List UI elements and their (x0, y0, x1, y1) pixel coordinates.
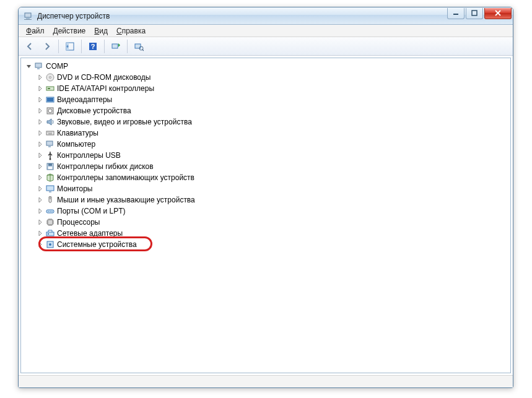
storage-icon (45, 173, 55, 183)
cpu-icon (45, 217, 55, 227)
tree-item[interactable]: Клавиатуры (36, 128, 510, 139)
help-button[interactable]: ? (85, 39, 100, 54)
svg-point-15 (50, 77, 51, 79)
statusbar (19, 375, 513, 387)
app-icon (24, 11, 33, 21)
close-button[interactable] (484, 8, 512, 19)
svg-rect-13 (37, 68, 40, 69)
tree-item[interactable]: Контроллеры USB (36, 150, 510, 161)
expand-icon[interactable] (36, 207, 45, 215)
monitor-icon (45, 184, 55, 194)
tree-item[interactable]: Звуковые, видео и игровые устройства (36, 116, 510, 128)
minimize-button[interactable] (447, 8, 464, 19)
computer-icon (45, 139, 55, 149)
svg-rect-27 (48, 163, 52, 166)
computer-icon (34, 61, 44, 71)
device-tree-panel[interactable]: COMP DVD и CD-ROM дисководыIDE ATA/ATAPI… (20, 58, 511, 373)
menubar: Файл Действие Вид Справка (19, 25, 513, 37)
expand-icon[interactable] (36, 129, 45, 137)
tree-item[interactable]: Процессоры (36, 217, 510, 228)
svg-point-33 (50, 211, 51, 212)
expand-icon[interactable] (36, 151, 45, 160)
titlebar[interactable]: Диспетчер устройств (19, 7, 513, 25)
tree-item[interactable]: Порты (COM и LPT) (36, 205, 510, 217)
tree-item-label: Дисковые устройства (57, 106, 131, 115)
tree-item[interactable]: DVD и CD-ROM дисководы (36, 72, 510, 83)
expand-icon[interactable] (36, 162, 45, 171)
expand-icon[interactable] (36, 184, 45, 193)
svg-rect-3 (453, 14, 458, 15)
show-hide-tree-button[interactable] (63, 39, 77, 54)
root-label: COMP (46, 62, 68, 71)
svg-point-32 (48, 211, 49, 212)
svg-rect-0 (25, 13, 31, 17)
expand-icon[interactable] (36, 140, 45, 149)
port-icon (45, 206, 55, 216)
tree-item[interactable]: Системные устройства (36, 239, 510, 250)
tree-item[interactable]: IDE ATA/ATAPI контроллеры (36, 83, 510, 94)
svg-rect-17 (48, 88, 50, 89)
tree-item[interactable]: Мониторы (36, 183, 510, 194)
svg-rect-28 (48, 167, 52, 169)
tree-item-label: DVD и CD-ROM дисководы (57, 73, 150, 82)
tree-item[interactable]: Мыши и иные указывающие устройства (36, 194, 510, 205)
system-icon (45, 240, 55, 249)
collapse-icon[interactable] (25, 62, 33, 71)
maximize-button[interactable] (466, 8, 483, 19)
expand-icon[interactable] (36, 173, 45, 182)
menu-help[interactable]: Справка (113, 25, 149, 37)
expand-icon[interactable] (36, 118, 45, 126)
tree-item[interactable]: Видеоадаптеры (36, 94, 510, 105)
menu-action[interactable]: Действие (50, 25, 90, 37)
audio-icon (45, 117, 55, 127)
window-controls (446, 8, 512, 19)
ide-icon (45, 84, 55, 93)
expand-icon[interactable] (36, 218, 45, 227)
window-title: Диспетчер устройств (37, 12, 446, 20)
tree-item-label: Процессоры (57, 218, 100, 227)
tree-root[interactable]: COMP (25, 61, 510, 72)
expand-icon[interactable] (36, 240, 45, 249)
tree-item-label: IDE ATA/ATAPI контроллеры (57, 84, 154, 93)
expand-icon[interactable] (36, 84, 45, 93)
svg-point-39 (49, 243, 51, 246)
tree-item-label: Системные устройства (57, 240, 137, 249)
network-icon (45, 228, 55, 238)
svg-rect-4 (472, 11, 477, 15)
svg-rect-37 (48, 233, 49, 235)
menu-file[interactable]: Файл (22, 25, 48, 37)
svg-rect-23 (46, 141, 53, 145)
tree-item[interactable]: Контроллеры гибких дисков (36, 161, 510, 172)
svg-rect-36 (46, 232, 54, 236)
separator (104, 40, 105, 53)
svg-rect-2 (24, 19, 32, 20)
svg-point-25 (50, 158, 51, 160)
tree-item[interactable]: Компьютер (36, 139, 510, 150)
svg-rect-22 (46, 131, 54, 135)
menu-view[interactable]: Вид (90, 25, 111, 37)
properties-button[interactable] (131, 39, 146, 54)
back-button[interactable] (22, 39, 37, 54)
video-icon (45, 95, 55, 105)
expand-icon[interactable] (36, 106, 45, 115)
tree-item[interactable]: Контроллеры запоминающих устройств (36, 172, 510, 183)
tree-item[interactable]: Дисковые устройства (36, 105, 510, 116)
svg-rect-1 (26, 18, 30, 19)
tree-item-label: Контроллеры запоминающих устройств (57, 173, 194, 182)
floppy-icon (45, 162, 55, 171)
scan-hardware-button[interactable] (108, 39, 123, 54)
expand-icon[interactable] (36, 73, 45, 82)
tree-item-label: Клавиатуры (57, 129, 98, 137)
tree-item[interactable]: Сетевые адаптеры (36, 228, 510, 239)
expand-icon[interactable] (36, 196, 45, 204)
expand-icon[interactable] (36, 229, 45, 238)
svg-text:?: ? (91, 43, 95, 50)
disk-icon (45, 106, 55, 116)
tree-item-label: Контроллеры USB (57, 151, 121, 160)
expand-icon[interactable] (36, 95, 45, 104)
svg-rect-35 (48, 220, 53, 225)
svg-rect-24 (48, 146, 51, 147)
usb-icon (45, 150, 55, 160)
forward-button[interactable] (40, 39, 55, 54)
tree-item-label: Звуковые, видео и игровые устройства (57, 118, 192, 126)
